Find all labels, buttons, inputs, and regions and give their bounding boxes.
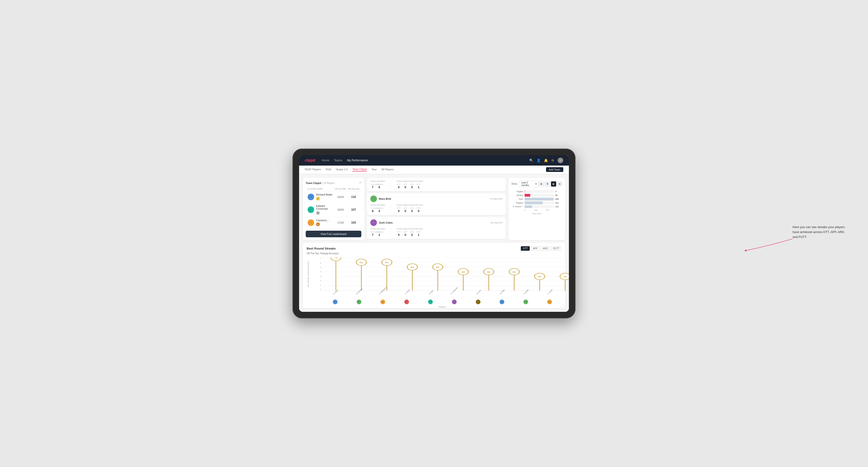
bar-track [525, 190, 554, 193]
streaks-subtitle: Off The Tee, Fairway Accuracy [307, 252, 561, 255]
chart-view-btn[interactable]: ◧ [551, 181, 556, 187]
bar-value: 131 [555, 206, 562, 208]
subnav-pga[interactable]: PGA [326, 168, 331, 171]
filter-view-btn[interactable]: ⊟ [557, 181, 562, 187]
player-info: EC Edward Crossman 2 [308, 205, 334, 215]
rounds-group: Total Rounds Tournament Practice 8 4 [370, 204, 385, 213]
col-score: PB SCORE [334, 188, 348, 190]
player-name: Cameron... [316, 219, 329, 222]
avatar: RB [308, 194, 314, 200]
card-date: 02 Sep 2023 [490, 198, 502, 200]
filter-arg[interactable]: ARG [540, 246, 550, 251]
player-score: 17/20 [334, 221, 348, 224]
player-avatars-row: EE BM DB JC RB EC BF MM RB CQ [323, 300, 561, 305]
player-count: | 14 Players [322, 182, 335, 184]
filter-ott[interactable]: OTT [521, 246, 530, 251]
list-item: B. McHarg [355, 293, 363, 295]
y-axis-ticks: 7 6 5 4 3 2 1 0 [310, 257, 322, 290]
subnav-team-clippd[interactable]: Team Clippd [352, 168, 367, 172]
bell-icon[interactable]: 🔔 [544, 158, 548, 162]
avatar: JC [370, 219, 377, 226]
player-info: RB Richard Butler 1 [308, 193, 334, 201]
subnav-hcaps[interactable]: Hcaps 1-5 [336, 168, 348, 171]
add-team-button[interactable]: Add Team [546, 167, 563, 172]
table-row: EC Edward Crossman 2 18/20 107 [306, 203, 361, 217]
avatar: RB [428, 300, 433, 304]
list-item: J. Coles [403, 293, 410, 295]
player-info: RB Rees Britt [370, 195, 391, 202]
nav-my-performance[interactable]: My Performance [347, 159, 368, 162]
chart-bar-row: Pars 499 [512, 198, 562, 200]
period-dropdown[interactable]: Last 3 months ▾ [519, 181, 539, 187]
card-header: RB Rees Britt 02 Sep 2023 [370, 195, 502, 202]
list-item: E. Crossman [451, 293, 458, 295]
subnav-tour[interactable]: Tour [371, 168, 376, 171]
bar-value: 311 [555, 201, 562, 204]
leaderboard-title: Team Clippd [306, 182, 321, 184]
avatar: EC [452, 300, 457, 304]
chart-bar-row: Eagles 3 [512, 190, 562, 193]
avatar[interactable]: U [558, 158, 563, 163]
bar-label: Birdies [512, 194, 523, 196]
user-icon[interactable]: 👤 [536, 158, 540, 162]
filter-app[interactable]: APP [531, 246, 540, 251]
subnav-pgat[interactable]: PGAT Players [305, 168, 321, 171]
bar-value: 96 [555, 194, 562, 196]
nav-bar: clippd Home Teams My Performance 🔍 👤 🔔 ⚙… [299, 155, 569, 165]
chart-bar-row: Bogeys 311 [512, 201, 562, 204]
player-avg: 110 [348, 195, 360, 198]
nav-links: Home Teams My Performance [322, 159, 529, 162]
card-header: JC Josh Coles 26 Aug 2023 [370, 219, 502, 226]
chart-panel: Show Last 3 months ▾ ⊞ ☰ ◧ ⊟ [508, 178, 565, 240]
nav-home[interactable]: Home [322, 159, 329, 162]
bar-fill [525, 205, 532, 208]
avatar: BM [356, 300, 361, 304]
bar-label: Eagles [512, 190, 523, 193]
player-name: Edward Crossman [316, 205, 334, 210]
search-icon[interactable]: 🔍 [529, 158, 533, 162]
player-card: Total Rounds Tournament Practice 7 6 [367, 178, 506, 191]
avatar: EC [308, 206, 314, 213]
nav-teams[interactable]: Teams [334, 159, 342, 162]
player-name: Rees Britt [379, 197, 391, 200]
player-score: 19/20 [334, 195, 348, 198]
show-bar: Show Last 3 months ▾ ⊞ ☰ ◧ ⊟ [512, 181, 562, 187]
app-logo: clippd [305, 158, 315, 162]
bar-track [525, 201, 554, 204]
players-panel: Total Rounds Tournament Practice 7 6 [367, 178, 506, 240]
card-stats: Total Rounds Tournament Practice 7 2 [370, 228, 502, 237]
streaks-chart-container: Best Streak, Fairway Accuracy 7 6 5 4 3 … [307, 257, 561, 305]
bar-fill [525, 194, 530, 197]
bar-fill [525, 190, 525, 193]
player-info: C Cameron... 3 [308, 219, 334, 226]
settings-icon[interactable]: ⚙ [551, 158, 554, 162]
card-stats: Total Rounds Tournament Practice 8 4 [370, 204, 502, 213]
avatar: EE [333, 300, 338, 304]
panel-title-group: Team Clippd | 14 Players [306, 181, 335, 185]
practice-group: Total Practice Activities OTT APP ARG PU… [397, 180, 423, 189]
rank-badge: 1 [316, 197, 320, 200]
tablet-screen: clippd Home Teams My Performance 🔍 👤 🔔 ⚙… [299, 155, 569, 312]
chart-x-axis: 0 200 400 [512, 209, 562, 211]
col-player: PLAYER NAME [308, 188, 334, 190]
streaks-filter: OTT APP ARG PUTT [521, 246, 561, 251]
y-axis-label-container: Best Streak, Fairway Accuracy [307, 257, 309, 290]
list-view-btn[interactable]: ☰ [545, 181, 550, 187]
bar-fill [525, 201, 543, 204]
list-item: E. Ebert [332, 293, 339, 295]
player-avg: 103 [348, 221, 360, 224]
subnav-all-players[interactable]: All Players [381, 168, 394, 171]
list-item: R. Britt [427, 293, 434, 295]
tablet-device: clippd Home Teams My Performance 🔍 👤 🔔 ⚙… [292, 149, 576, 319]
filter-putt[interactable]: PUTT [551, 246, 561, 251]
top-section: Team Clippd | 14 Players ✏ PLAYER NAME P… [303, 178, 565, 240]
rank-badge: 3 [316, 222, 320, 226]
view-icons: ⊞ ☰ ◧ ⊟ [539, 181, 562, 187]
svg-text:4x: 4x [461, 271, 465, 273]
view-leaderboard-button[interactable]: View Full Leaderboard [306, 231, 361, 237]
table-header: PLAYER NAME PB SCORE PB AVG SQ [306, 187, 361, 191]
grid-view-btn[interactable]: ⊞ [539, 181, 544, 187]
list-item: D. Billingham [379, 293, 386, 295]
tournament-value: 7 [370, 185, 375, 189]
edit-icon[interactable]: ✏ [359, 181, 361, 184]
